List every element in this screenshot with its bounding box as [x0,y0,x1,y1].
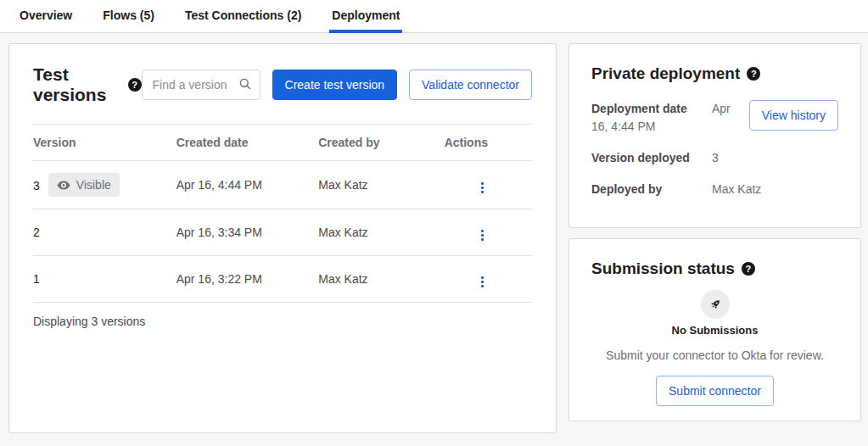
actions-cell [445,161,532,209]
table-row: 3Visible Apr 16, 4:44 PM Max Katz [33,161,532,209]
view-history-button[interactable]: View history [749,100,838,131]
submission-status-header: Submission status ? [591,259,838,278]
private-deployment-panel: Private deployment ? Deployment dateApr … [568,43,861,228]
deployment-date-label: Deployment date [591,100,712,118]
deployed-by-label: Deployed by [591,181,712,198]
version-cell: 2 [33,209,176,256]
private-deployment-header: Private deployment ? [591,64,838,83]
column-header-actions: Actions [445,125,532,161]
deployed-by-field: Deployed byMax Katz [591,181,838,198]
no-submissions-empty-state: No Submissions Submit your connector to … [591,290,838,406]
test-versions-title: Test versions [33,64,121,105]
deployment-date-field: Deployment dateApr 16, 4:44 PM [591,100,746,136]
eye-icon [57,181,70,190]
row-actions-menu-icon[interactable] [477,274,488,290]
table-row: 1 Apr 16, 3:22 PM Max Katz [33,256,532,303]
submission-status-title: Submission status [591,259,735,278]
tab-deployment[interactable]: Deployment [329,0,402,33]
row-actions-menu-icon[interactable] [477,227,488,243]
version-number: 3 [33,179,40,192]
version-deployed-field: Version deployed3 [591,149,838,167]
help-icon[interactable]: ? [742,262,755,276]
submit-connector-button[interactable]: Submit connector [656,376,774,406]
deployment-date-row: Deployment dateApr 16, 4:44 PM View hist… [591,100,838,136]
versions-table-header-row: Version Created date Created by Actions [33,125,532,161]
help-icon[interactable]: ? [747,67,760,81]
actions-cell [445,209,532,256]
test-versions-panel: Test versions ? Create test version Vali… [8,43,557,433]
row-actions-menu-icon[interactable] [477,180,488,196]
right-column: Private deployment ? Deployment dateApr … [568,43,861,421]
created-date-cell: Apr 16, 3:22 PM [176,256,319,303]
tab-test-connections[interactable]: Test Connections (2) [182,0,304,33]
version-cell: 1 [33,256,176,303]
column-header-version: Version [33,125,176,161]
create-test-version-button[interactable]: Create test version [272,70,398,100]
no-submissions-title: No Submissions [591,324,838,337]
version-search [142,70,260,100]
main-content: Test versions ? Create test version Vali… [0,33,868,445]
deployed-by-value: Max Katz [712,182,761,196]
tab-overview[interactable]: Overview [17,0,75,33]
tab-flows[interactable]: Flows (5) [100,0,157,33]
created-by-cell: Max Katz [318,161,444,209]
validate-connector-button[interactable]: Validate connector [409,70,532,100]
version-cell: 3Visible [33,161,176,209]
column-header-created-by: Created by [318,125,444,161]
version-deployed-label: Version deployed [591,149,712,167]
visible-badge: Visible [48,173,120,197]
private-deployment-title: Private deployment [591,64,740,83]
created-by-cell: Max Katz [318,256,444,303]
rocket-icon [701,290,730,319]
created-by-cell: Max Katz [318,209,444,256]
version-deployed-value: 3 [712,151,719,164]
versions-count-text: Displaying 3 versions [33,303,532,328]
created-date-cell: Apr 16, 3:34 PM [176,209,319,256]
column-header-created-date: Created date [176,125,319,161]
table-row: 2 Apr 16, 3:34 PM Max Katz [33,209,532,256]
no-submissions-message: Submit your connector to Okta for review… [591,348,838,362]
submission-status-panel: Submission status ? No Submi [568,238,861,421]
versions-table: Version Created date Created by Actions … [33,124,532,303]
actions-cell [445,256,532,303]
search-icon [238,77,252,94]
created-date-cell: Apr 16, 4:44 PM [176,161,319,209]
help-icon[interactable]: ? [128,78,142,92]
visible-badge-label: Visible [76,178,111,192]
tab-bar: Overview Flows (5) Test Connections (2) … [0,0,868,33]
test-versions-header: Test versions ? Create test version Vali… [33,64,532,105]
